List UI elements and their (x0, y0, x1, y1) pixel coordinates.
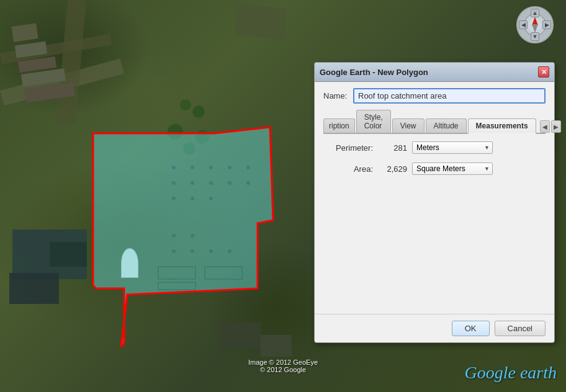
area-unit-wrapper: Square Meters Square Feet Square Miles S… (412, 163, 493, 175)
area-label: Area: (323, 164, 373, 174)
svg-point-10 (246, 181, 250, 185)
perimeter-label: Perimeter: (323, 143, 373, 153)
compass-pan-right[interactable]: ▶ (542, 20, 551, 29)
measurements-panel: Perimeter: 281 Meters Feet Miles Kilomet… (323, 141, 546, 308)
dialog-titlebar: Google Earth - New Polygon ✕ (315, 63, 554, 82)
area-row: Area: 2,629 Square Meters Square Feet Sq… (323, 163, 546, 175)
tab-style-color[interactable]: Style, Color (356, 110, 391, 133)
tab-description[interactable]: ription (323, 118, 355, 133)
perimeter-value: 281 (379, 143, 407, 153)
svg-point-7 (191, 181, 194, 185)
compass-pan-left[interactable]: ◀ (519, 20, 528, 29)
svg-point-5 (246, 166, 250, 169)
measurements-empty-area (323, 184, 546, 308)
svg-marker-0 (93, 127, 273, 347)
name-input[interactable] (353, 88, 546, 104)
tab-measurements[interactable]: Measurements (468, 118, 536, 134)
tab-next-button[interactable]: ▶ (551, 120, 561, 133)
svg-point-12 (191, 197, 194, 200)
tabs-row: ription Style, Color View Altitude Measu… (323, 110, 546, 134)
dialog-footer: OK Cancel (315, 314, 554, 342)
svg-point-9 (228, 181, 231, 185)
svg-point-6 (172, 181, 176, 185)
svg-point-11 (172, 197, 176, 200)
svg-point-13 (209, 197, 213, 200)
dialog-title: Google Earth - New Polygon (320, 68, 428, 77)
svg-point-16 (172, 249, 176, 253)
svg-point-4 (228, 166, 231, 169)
close-button[interactable]: ✕ (538, 66, 549, 78)
name-row: Name: (323, 88, 546, 104)
svg-point-18 (209, 249, 213, 253)
compass[interactable]: N ▲ ▼ ◀ ▶ (516, 6, 554, 43)
tab-prev-button[interactable]: ◀ (540, 120, 550, 133)
perimeter-unit-wrapper: Meters Feet Miles Kilometers (412, 141, 493, 154)
svg-point-1 (172, 166, 176, 169)
area-value: 2,629 (379, 164, 407, 174)
compass-pan-down[interactable]: ▼ (531, 32, 539, 41)
svg-point-17 (191, 249, 194, 253)
svg-point-19 (228, 249, 231, 253)
tab-navigation: ◀ ▶ (540, 120, 562, 133)
perimeter-unit-select[interactable]: Meters Feet Miles Kilometers (412, 141, 493, 154)
name-label: Name: (323, 91, 348, 100)
tab-altitude[interactable]: Altitude (426, 118, 467, 133)
tab-view[interactable]: View (392, 118, 424, 133)
compass-arrow-south (532, 24, 538, 33)
ok-button[interactable]: OK (452, 321, 490, 336)
svg-point-14 (172, 234, 176, 238)
cancel-button[interactable]: Cancel (495, 321, 546, 336)
svg-point-15 (191, 234, 194, 238)
svg-point-3 (209, 166, 213, 169)
svg-point-8 (209, 181, 213, 185)
compass-pan-up[interactable]: ▲ (531, 9, 539, 17)
perimeter-row: Perimeter: 281 Meters Feet Miles Kilomet… (323, 141, 546, 154)
svg-point-2 (191, 166, 194, 169)
polygon-overlay (0, 0, 318, 392)
dialog-content: Name: ription Style, Color View Altitude… (315, 82, 554, 314)
new-polygon-dialog: Google Earth - New Polygon ✕ Name: ripti… (314, 62, 555, 343)
area-unit-select[interactable]: Square Meters Square Feet Square Miles S… (412, 163, 493, 175)
